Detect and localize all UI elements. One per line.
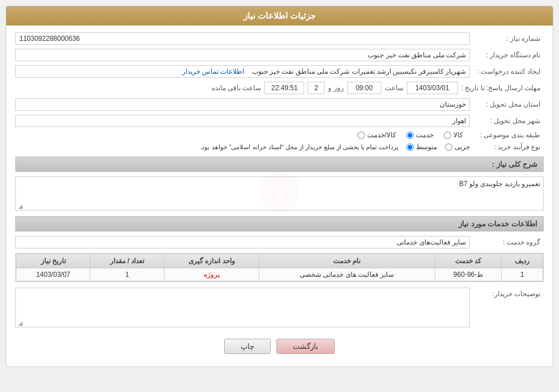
reference-number-row: شماره نیاز : 1103092288000636 <box>15 32 544 45</box>
buyer-desc-resize[interactable]: ◢ <box>17 320 23 326</box>
buyer-org-value: شرکت ملی مناطق نفت خیز جنوب <box>15 49 470 61</box>
province-row: استان محل تحویل : خوزستان <box>15 98 544 111</box>
city-value: اهواز <box>15 115 470 127</box>
deadline-row: مهلت ارسال پاسخ: تا تاریخ : 1403/03/01 س… <box>15 82 544 94</box>
cell-quantity: 1 <box>90 268 164 281</box>
category-khedmat-radio[interactable] <box>406 132 414 139</box>
category-kala-khedmat-label: کالا/خدمت <box>367 131 396 139</box>
process-motavasset[interactable]: متوسط <box>406 143 437 151</box>
category-kala[interactable]: کالا <box>444 131 463 139</box>
page-wrapper: جزئیات اطلاعات نیاز شماره نیاز : 1103092… <box>0 0 559 392</box>
reference-number-label: شماره نیاز : <box>470 35 544 43</box>
table-row: 1 ط-96-960 سایر فعالیت های خدماتی شخصی پ… <box>16 268 543 281</box>
category-radio-group: کالا خدمت کالا/خدمت <box>358 131 463 139</box>
service-group-label: گروه خدمت : <box>470 238 544 246</box>
service-group-row: گروه خدمت : سایر فعالیت‌های خدماتی <box>15 236 544 248</box>
buyer-org-row: نام دستگاه خریدار : شرکت ملی مناطق نفت خ… <box>15 49 544 61</box>
category-kala-khedmat[interactable]: کالا/خدمت <box>358 131 396 139</box>
col-quantity: تعداد / مقدار <box>90 254 164 268</box>
print-button[interactable]: چاپ <box>224 339 271 354</box>
header-title: جزئیات اطلاعات نیاز <box>243 11 316 20</box>
deadline-days-value: 2 <box>308 82 325 94</box>
services-table-wrapper: ردیف کد خدمت نام خدمت واحد اندازه گیری ت… <box>15 253 544 282</box>
deadline-label: مهلت ارسال پاسخ: تا تاریخ : <box>461 84 544 92</box>
service-group-value: سایر فعالیت‌های خدماتی <box>15 236 470 248</box>
process-jazii-label: جزیی <box>455 143 470 151</box>
services-table: ردیف کد خدمت نام خدمت واحد اندازه گیری ت… <box>16 254 543 281</box>
time-label: ساعت <box>385 84 404 92</box>
province-label: استان محل تحویل : <box>470 100 544 108</box>
category-row: طبقه بندی موضوعی : کالا خدمت کالا/خدمت <box>15 131 544 139</box>
remaining-label: ساعت باقی مانده <box>212 84 262 92</box>
buttons-row: بازگشت چاپ <box>15 333 544 360</box>
buyer-desc-box: ◢ <box>15 288 470 327</box>
unit-link[interactable]: پروژه <box>204 271 220 279</box>
cell-unit: پروژه <box>164 268 259 281</box>
category-kala-radio[interactable] <box>444 132 451 139</box>
process-description-text: پرداخت تمام یا بخشی از مبلغ خریدار از مح… <box>15 144 398 151</box>
days-label: روز و <box>328 84 343 92</box>
requester-label: ایجاد کننده درخواست : <box>470 68 544 75</box>
deadline-remaining-value: 22:49:51 <box>264 82 304 94</box>
cell-service-name: سایر فعالیت های خدماتی شخصی <box>259 268 435 281</box>
buyer-org-label: نام دستگاه خریدار : <box>470 51 544 59</box>
requester-value: شهریار کامبیزفر نکیسیین ارشد تعمیرات شرک… <box>15 65 470 78</box>
service-section-header: اطلاعات خدمات مورد نیاز <box>15 216 544 231</box>
process-motavasset-label: متوسط <box>416 143 437 151</box>
process-label: نوع فرآیند خرید : <box>470 143 544 151</box>
col-service-name: نام خدمت <box>259 254 435 268</box>
buyer-desc-label: توصیحات خریدار: <box>470 288 544 298</box>
description-box-wrapper: A تعمیرو بازدید جلوبندی ولو B7 ◢ <box>15 176 544 210</box>
card-body: شماره نیاز : 1103092288000636 نام دستگاه… <box>6 26 553 366</box>
table-header-row: ردیف کد خدمت نام خدمت واحد اندازه گیری ت… <box>16 254 543 268</box>
col-service-code: کد خدمت <box>435 254 501 268</box>
card-header: جزئیات اطلاعات نیاز <box>6 6 553 26</box>
main-card: جزئیات اطلاعات نیاز شماره نیاز : 1103092… <box>6 6 553 367</box>
col-row-num: ردیف <box>502 254 543 268</box>
process-row: نوع فرآیند خرید : جزیی متوسط پرداخت تمام… <box>15 143 544 151</box>
resize-handle[interactable]: ◢ <box>17 203 23 209</box>
back-button[interactable]: بازگشت <box>276 339 335 354</box>
buyer-desc-section: توصیحات خریدار: ◢ <box>15 288 544 327</box>
description-text: تعمیرو بازدید جلوبندی ولو B7 <box>16 177 543 191</box>
contact-link[interactable]: اطلاعات تماس خریدار <box>182 68 245 75</box>
reference-number-value: 1103092288000636 <box>15 32 470 45</box>
col-unit: واحد اندازه گیری <box>164 254 259 268</box>
process-desc: جزیی متوسط پرداخت تمام یا بخشی از مبلغ خ… <box>15 143 470 151</box>
deadline-date-value: 1403/03/01 <box>407 82 458 94</box>
category-khedmat[interactable]: خدمت <box>406 131 434 139</box>
province-value: خوزستان <box>15 98 470 111</box>
deadline-inner: 1403/03/01 ساعت 09:00 روز و 2 22:49:51 س… <box>15 82 458 94</box>
cell-date-needed: 1403/03/07 <box>16 268 90 281</box>
cell-row-num: 1 <box>502 268 543 281</box>
description-section-header: شرح کلی نیاز : <box>15 157 544 172</box>
col-date-needed: تاریخ نیاز <box>16 254 90 268</box>
requester-row: ایجاد کننده درخواست : شهریار کامبیزفر نک… <box>15 65 544 78</box>
category-kala-khedmat-radio[interactable] <box>358 132 365 139</box>
process-jazii[interactable]: جزیی <box>445 143 470 151</box>
category-label: طبقه بندی موضوعی : <box>470 131 544 139</box>
process-motavasset-radio[interactable] <box>406 144 414 151</box>
city-label: شهر محل تحویل : <box>470 117 544 125</box>
deadline-time-value: 09:00 <box>347 82 381 94</box>
city-row: شهر محل تحویل : اهواز <box>15 115 544 127</box>
process-jazii-radio[interactable] <box>445 144 452 151</box>
category-khedmat-label: خدمت <box>416 131 434 139</box>
category-kala-label: کالا <box>453 131 463 139</box>
cell-service-code: ط-96-960 <box>435 268 501 281</box>
